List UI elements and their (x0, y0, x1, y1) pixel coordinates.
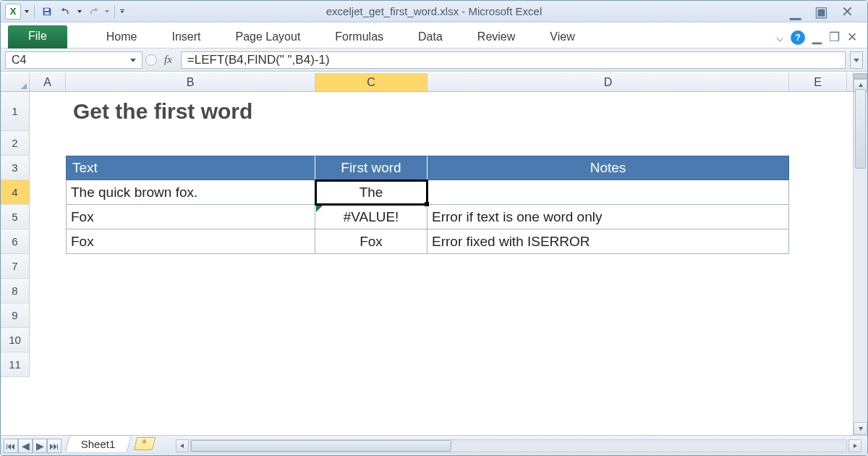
name-box[interactable]: C4 (5, 51, 142, 69)
formula-bar: C4 fx =LEFT(B4,FIND(" ",B4)-1) (1, 48, 867, 72)
cell-d3-header[interactable]: Notes (427, 156, 789, 180)
tab-review[interactable]: Review (460, 26, 532, 48)
row-header-5[interactable]: 5 (1, 205, 30, 229)
cell-row11[interactable] (30, 352, 811, 377)
sheet-nav-first-icon[interactable]: ⏮ (4, 439, 18, 453)
row-header-11[interactable]: 11 (1, 352, 30, 377)
cell-d4[interactable] (427, 180, 789, 205)
worksheet-area: A B C D E 1 Get the first word 2 3 Text (1, 73, 867, 435)
ribbon-tabs: File Home Insert Page Layout Formulas Da… (1, 22, 867, 48)
workbook-minimize-button[interactable]: ▁ (812, 30, 822, 45)
cell-a3[interactable] (30, 156, 66, 180)
row-header-3[interactable]: 3 (1, 156, 30, 180)
app-menu-dropdown[interactable] (24, 4, 30, 20)
col-header-e[interactable]: E (789, 73, 847, 91)
sheet-nav-next-icon[interactable]: ▶ (33, 439, 47, 453)
help-icon[interactable]: ? (791, 30, 805, 45)
save-icon[interactable] (39, 4, 55, 20)
formula-bar-divider (145, 54, 157, 66)
app-icon: X (5, 4, 21, 20)
undo-dropdown[interactable] (77, 4, 82, 20)
formula-text: =LEFT(B4,FIND(" ",B4)-1) (187, 53, 330, 67)
cell-b5[interactable]: Fox (66, 205, 315, 229)
scroll-right-icon[interactable] (848, 439, 861, 452)
cell-c5-value: #VALUE! (344, 209, 399, 225)
tab-home[interactable]: Home (89, 26, 155, 48)
redo-icon[interactable] (85, 4, 101, 20)
column-headers: A B C D E (1, 73, 853, 92)
scroll-thumb-horizontal[interactable] (191, 440, 451, 452)
grid-rows: 1 Get the first word 2 3 Text First word… (1, 92, 853, 377)
cell-c6[interactable]: Fox (315, 229, 427, 254)
row-header-2[interactable]: 2 (1, 131, 30, 156)
row-header-9[interactable]: 9 (1, 303, 30, 328)
cell-a1[interactable] (30, 92, 66, 131)
maximize-button[interactable]: ▣ (814, 3, 828, 20)
file-tab[interactable]: File (8, 25, 67, 48)
row-header-7[interactable]: 7 (1, 254, 30, 279)
cell-c3-header[interactable]: First word (315, 156, 427, 180)
svg-rect-2 (120, 9, 124, 10)
new-sheet-button[interactable] (133, 437, 155, 450)
title-bar: X exceljet_get_first_word.xlsx - Microso… (1, 1, 867, 22)
svg-rect-0 (45, 8, 49, 11)
tab-insert[interactable]: Insert (154, 26, 218, 48)
workbook-restore-button[interactable]: ❐ (829, 30, 840, 45)
row-header-4[interactable]: 4 (1, 180, 30, 205)
cell-row7[interactable] (30, 254, 811, 279)
row-header-1[interactable]: 1 (1, 92, 30, 131)
sheet-tab-active[interactable]: Sheet1 (65, 435, 131, 452)
cell-a6[interactable] (30, 229, 66, 254)
tab-formulas[interactable]: Formulas (318, 26, 401, 48)
scroll-track-horizontal[interactable] (190, 439, 847, 452)
ribbon-minimize-icon[interactable]: ⌵ (776, 30, 783, 45)
redo-dropdown[interactable] (104, 4, 110, 20)
col-header-b[interactable]: B (66, 73, 315, 91)
col-header-a[interactable]: A (30, 73, 66, 91)
scroll-down-icon[interactable] (854, 422, 867, 435)
qat-customize-dropdown[interactable] (119, 4, 125, 20)
cell-a4[interactable] (30, 180, 66, 205)
horizontal-scrollbar[interactable] (176, 439, 861, 452)
scroll-left-icon[interactable] (176, 439, 189, 452)
tab-data[interactable]: Data (401, 26, 460, 48)
vertical-scrollbar[interactable] (853, 73, 867, 435)
cell-d6[interactable]: Error fixed with ISERROR (427, 229, 789, 254)
col-header-c[interactable]: C (315, 73, 427, 91)
sheet-tab-label: Sheet1 (81, 438, 116, 450)
undo-icon[interactable] (58, 4, 74, 20)
cell-row2[interactable] (30, 131, 811, 156)
col-header-d[interactable]: D (427, 73, 789, 91)
select-all-button[interactable] (1, 73, 30, 91)
scroll-thumb-vertical[interactable] (855, 89, 866, 169)
cell-row8[interactable] (30, 279, 811, 303)
tab-page-layout[interactable]: Page Layout (218, 26, 318, 48)
tab-view[interactable]: View (532, 26, 592, 48)
cell-a5[interactable] (30, 205, 66, 229)
svg-rect-1 (45, 12, 50, 14)
split-handle[interactable] (853, 73, 867, 79)
sheet-nav-prev-icon[interactable]: ◀ (18, 439, 33, 453)
cell-c4-selected[interactable]: The (315, 180, 427, 205)
sheet-nav-last-icon[interactable]: ⏭ (47, 439, 61, 453)
close-button[interactable]: ✕ (840, 3, 854, 20)
minimize-button[interactable]: ▁ (788, 3, 802, 20)
row-header-8[interactable]: 8 (1, 279, 30, 303)
cell-c5[interactable]: #VALUE! (315, 205, 427, 229)
fx-icon[interactable]: fx (160, 54, 176, 66)
window-title: exceljet_get_first_word.xlsx - Microsoft… (1, 5, 867, 17)
name-box-dropdown-icon[interactable] (127, 54, 139, 66)
cell-b4[interactable]: The quick brown fox. (66, 180, 315, 205)
expand-formula-bar-icon[interactable] (850, 51, 863, 69)
workbook-close-button[interactable]: ✕ (847, 30, 857, 45)
cell-row9[interactable] (30, 303, 811, 328)
row-header-10[interactable]: 10 (1, 328, 30, 352)
cell-b1-title[interactable]: Get the first word (66, 92, 789, 131)
cell-b6[interactable]: Fox (66, 229, 315, 254)
row-header-6[interactable]: 6 (1, 229, 30, 254)
cell-b3-header[interactable]: Text (66, 156, 315, 180)
cell-row10[interactable] (30, 328, 811, 352)
formula-input[interactable]: =LEFT(B4,FIND(" ",B4)-1) (181, 51, 846, 69)
sheet-tab-bar: ⏮ ◀ ▶ ⏭ Sheet1 (1, 435, 867, 455)
cell-d5[interactable]: Error if text is one word only (427, 205, 789, 229)
